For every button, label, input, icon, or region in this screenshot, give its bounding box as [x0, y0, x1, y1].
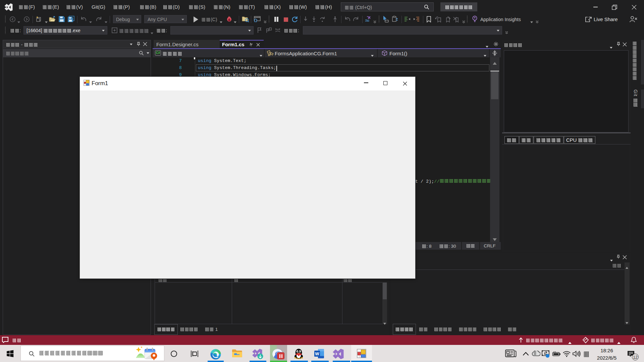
svg-text:W: W: [315, 351, 319, 356]
